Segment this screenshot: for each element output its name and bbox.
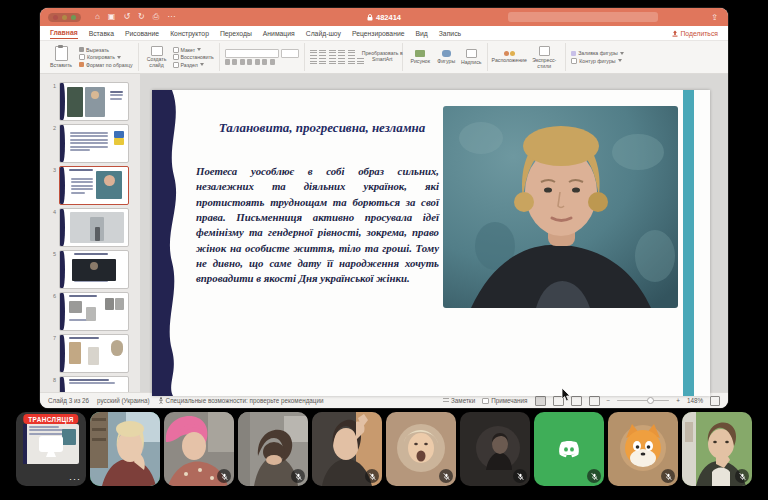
section-button[interactable]: Раздел	[173, 62, 214, 68]
font-name-input[interactable]	[225, 49, 279, 58]
bold-icon[interactable]	[225, 59, 230, 65]
tab-record[interactable]: Запись	[439, 28, 461, 39]
tab-home[interactable]: Главная	[50, 27, 78, 39]
picture-button[interactable]: Рисунок	[408, 50, 432, 64]
slide-thumbnail-1[interactable]	[59, 82, 129, 121]
smartart-button[interactable]: Преобразовать в SmartArt	[367, 51, 397, 63]
text-shadow-icon[interactable]	[255, 59, 260, 65]
character-spacing-icon[interactable]	[262, 59, 267, 65]
dropdown-caret-icon	[197, 48, 201, 51]
participant-tile-active-speaker[interactable]	[90, 412, 160, 486]
slide-thumbnail-2[interactable]	[59, 124, 129, 163]
italic-icon[interactable]	[232, 59, 237, 65]
slide-thumbnail-8[interactable]	[59, 376, 129, 392]
textbox-button[interactable]: Надпись	[460, 49, 482, 65]
participant-tile-pink-hair[interactable]	[164, 412, 234, 486]
participant-tile-looking-down[interactable]	[238, 412, 308, 486]
reading-view-button[interactable]	[571, 396, 582, 406]
notes-toggle[interactable]: Заметки	[443, 397, 475, 404]
tab-review[interactable]: Рецензирование	[352, 28, 404, 39]
share-arrow-icon[interactable]: ⇪	[711, 13, 718, 22]
align-left-icon[interactable]	[310, 58, 317, 64]
bullets-icon[interactable]	[310, 50, 317, 56]
font-format-buttons[interactable]	[225, 59, 299, 65]
slideshow-view-button[interactable]	[589, 396, 600, 406]
portrait-photo[interactable]	[443, 106, 678, 308]
columns-icon[interactable]	[348, 58, 355, 64]
participant-tile-discord-avatar[interactable]	[534, 412, 604, 486]
thumbnail-number: 8	[48, 376, 56, 392]
thumbnail-number: 1	[48, 82, 56, 121]
slide-body-text[interactable]: Поетеса уособлює в собі образ сильних, н…	[196, 164, 439, 287]
justify-icon[interactable]	[338, 58, 345, 64]
tile-options-icon[interactable]: ···	[69, 474, 81, 484]
zoom-slider-knob[interactable]	[647, 397, 654, 404]
accessibility-check[interactable]: Специальные возможности: проверьте реком…	[158, 397, 324, 404]
tab-draw[interactable]: Рисование	[125, 28, 159, 39]
maximize-window-icon[interactable]	[71, 15, 76, 20]
tab-slideshow[interactable]: Слайд-шоу	[306, 28, 341, 39]
close-window-icon[interactable]	[53, 15, 58, 20]
line-spacing-icon[interactable]	[348, 50, 355, 56]
slide-thumbnail-4[interactable]	[59, 208, 129, 247]
tab-insert[interactable]: Вставка	[89, 28, 114, 39]
language-selector[interactable]: русский (Украина)	[97, 397, 150, 404]
align-right-icon[interactable]	[329, 58, 336, 64]
print-icon[interactable]: ⎙	[153, 13, 159, 21]
shape-fill-button[interactable]: Заливка фигуры	[571, 50, 624, 56]
screen-share-tile[interactable]: ТРАНСЛЯЦІЯ ···	[16, 412, 86, 486]
text-color-icon[interactable]	[270, 59, 275, 65]
normal-view-button[interactable]	[535, 396, 546, 406]
slide-thumbnail-3-selected[interactable]	[59, 166, 129, 205]
new-slide-button[interactable]: Создать слайд	[144, 46, 170, 69]
tab-view[interactable]: Вид	[415, 28, 427, 39]
more-icon[interactable]: ⋯	[167, 13, 175, 21]
fit-slide-button[interactable]	[710, 396, 720, 406]
underline-icon[interactable]	[240, 59, 245, 65]
strikethrough-icon[interactable]	[247, 59, 252, 65]
participant-tile-fox-avatar[interactable]	[608, 412, 678, 486]
home-icon[interactable]: ⌂	[95, 13, 100, 21]
format-painter-button[interactable]: Формат по образцу	[79, 62, 133, 68]
tab-animations[interactable]: Анимация	[263, 28, 295, 39]
wave-shape[interactable]	[152, 90, 188, 396]
numbering-icon[interactable]	[319, 50, 326, 56]
font-size-input[interactable]	[281, 49, 299, 58]
reset-button[interactable]: Восстановить	[173, 54, 214, 60]
zoom-level[interactable]: 148%	[687, 397, 703, 404]
teal-stripe[interactable]	[683, 90, 694, 396]
paste-button[interactable]: Вставить	[46, 46, 76, 68]
slide-thumbnail-5[interactable]	[59, 250, 129, 289]
indent-decrease-icon[interactable]	[329, 50, 336, 56]
undo-icon[interactable]: ↺	[123, 13, 130, 21]
layout-button[interactable]: Макет	[173, 47, 214, 53]
zoom-out-button[interactable]: −	[607, 397, 611, 404]
slide[interactable]: Талановита, прогресивна, незламна Поетес…	[152, 90, 710, 396]
participant-tile-dim-avatar[interactable]	[460, 412, 530, 486]
cut-button[interactable]: Вырезать	[79, 47, 133, 53]
shapes-button[interactable]: Фигуры	[435, 50, 457, 64]
minimize-window-icon[interactable]	[62, 15, 67, 20]
indent-increase-icon[interactable]	[338, 50, 345, 56]
arrange-button[interactable]: Расположение	[493, 51, 525, 63]
slide-title[interactable]: Талановита, прогресивна, незламна	[202, 120, 442, 136]
redo-icon[interactable]: ↻	[138, 13, 145, 21]
comments-toggle[interactable]: Примечания	[482, 397, 527, 404]
slide-thumbnail-6[interactable]	[59, 292, 129, 331]
search-input[interactable]	[508, 12, 658, 22]
slide-thumbnail-7[interactable]	[59, 334, 129, 373]
save-icon[interactable]: ▣	[108, 13, 116, 21]
quick-styles-button[interactable]: Экспресс-стили	[528, 46, 560, 69]
share-document-button[interactable]: Поделиться	[672, 30, 718, 37]
copy-button[interactable]: Копировать	[79, 54, 133, 60]
participant-tile-avatar-child[interactable]	[386, 412, 456, 486]
window-controls[interactable]	[48, 13, 81, 22]
tab-transitions[interactable]: Переходы	[220, 28, 252, 39]
zoom-in-button[interactable]: +	[676, 397, 680, 404]
align-center-icon[interactable]	[319, 58, 326, 64]
participant-tile-green-wall[interactable]	[682, 412, 752, 486]
shape-outline-button[interactable]: Контур фигуры	[571, 58, 624, 64]
tab-design[interactable]: Конструктор	[170, 28, 209, 39]
zoom-slider[interactable]	[617, 400, 669, 402]
participant-tile-hand-to-head[interactable]	[312, 412, 382, 486]
